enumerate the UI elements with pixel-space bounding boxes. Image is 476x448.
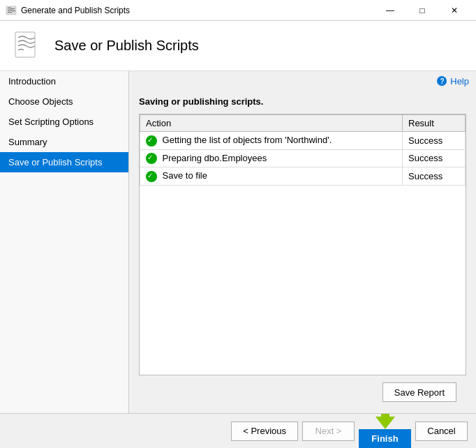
finish-button[interactable]: Finish — [359, 429, 411, 449]
down-arrow-icon — [373, 414, 398, 429]
svg-rect-1 — [15, 32, 35, 57]
table-row: Getting the list of objects from 'Northw… — [140, 132, 466, 150]
sidebar-item-summary[interactable]: Summary — [0, 132, 128, 152]
save-report-button[interactable]: Save Report — [382, 382, 456, 402]
content-subtitle: Saving or publishing scripts. — [139, 96, 466, 107]
sidebar-item-set-scripting-options[interactable]: Set Scripting Options — [0, 112, 128, 132]
action-cell: Preparing dbo.Employees — [140, 149, 403, 167]
close-button[interactable]: ✕ — [438, 0, 470, 21]
page-title: Save or Publish Scripts — [54, 38, 199, 54]
sidebar-item-introduction[interactable]: Introduction — [0, 71, 128, 91]
action-cell: Getting the list of objects from 'Northw… — [140, 132, 403, 150]
results-table: Action Result Getting the list of object… — [140, 114, 466, 186]
col-action: Action — [140, 115, 403, 132]
previous-button[interactable]: < Previous — [231, 421, 298, 441]
next-button[interactable]: Next > — [302, 421, 355, 441]
title-bar: Generate and Publish Scripts — □ ✕ — [0, 0, 476, 21]
minimize-button[interactable]: — — [374, 0, 406, 21]
content-inner: Saving or publishing scripts. Action Res… — [129, 87, 476, 413]
cancel-button[interactable]: Cancel — [415, 421, 468, 441]
results-scroll-area[interactable]: Action Result Getting the list of object… — [139, 114, 466, 375]
finish-wrapper: Finish — [359, 414, 411, 449]
success-icon — [146, 171, 157, 182]
help-icon: ? — [436, 75, 447, 87]
maximize-button[interactable]: □ — [406, 0, 438, 21]
sidebar-item-save-or-publish-scripts[interactable]: Save or Publish Scripts — [0, 152, 128, 172]
col-result: Result — [403, 115, 466, 132]
window-title: Generate and Publish Scripts — [21, 6, 374, 15]
sidebar-item-choose-objects[interactable]: Choose Objects — [0, 91, 128, 112]
action-cell: Save to file — [140, 167, 403, 186]
result-cell: Success — [403, 167, 466, 186]
save-report-bar: Save Report — [139, 378, 466, 406]
help-bar: ? Help — [129, 71, 476, 87]
table-row: Save to file Success — [140, 167, 466, 186]
result-cell: Success — [403, 149, 466, 167]
sidebar: Introduction Choose Objects Set Scriptin… — [0, 71, 129, 413]
main-layout: Introduction Choose Objects Set Scriptin… — [0, 71, 476, 413]
svg-rect-5 — [381, 414, 389, 419]
success-icon — [146, 153, 157, 164]
footer: < Previous Next > Finish Cancel — [0, 413, 476, 448]
content-area: ? Help Saving or publishing scripts. Act… — [129, 71, 476, 413]
header-icon — [11, 29, 45, 63]
table-row: Preparing dbo.Employees Success — [140, 149, 466, 167]
result-cell: Success — [403, 132, 466, 150]
dialog-header: Save or Publish Scripts — [0, 21, 476, 71]
window-controls: — □ ✕ — [374, 0, 470, 21]
help-link[interactable]: ? Help — [436, 75, 469, 87]
svg-text:?: ? — [440, 77, 445, 85]
app-icon — [6, 5, 17, 16]
success-icon — [146, 135, 157, 147]
